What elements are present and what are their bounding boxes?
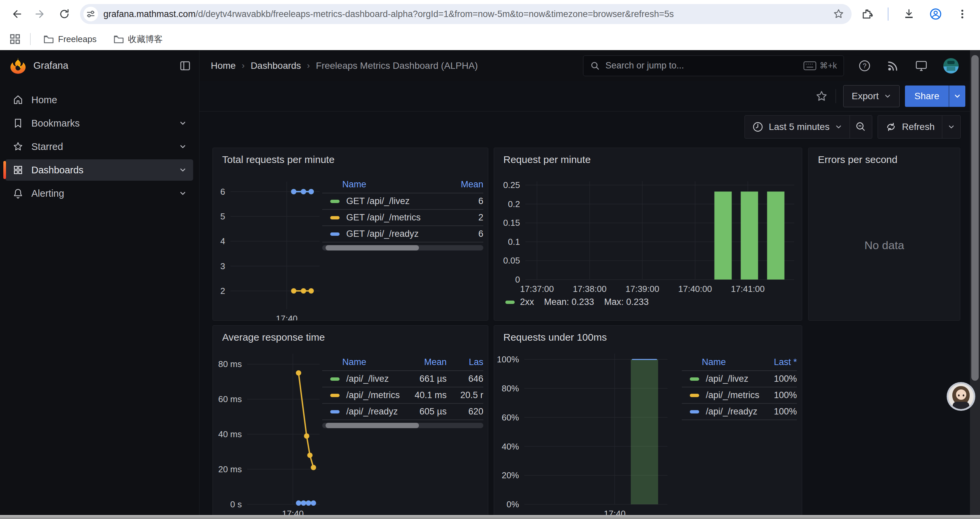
legend-row[interactable]: GET /api/_/readyz6 — [322, 225, 483, 242]
time-range-picker[interactable]: Last 5 minutes — [745, 115, 850, 138]
refresh-interval-dropdown[interactable] — [942, 115, 960, 138]
sidebar-item-home[interactable]: Home — [5, 89, 193, 110]
y-axis-tick: 80 ms — [213, 359, 242, 369]
x-axis-tick: 17:38:00 — [560, 284, 620, 294]
favorite-star-icon[interactable] — [815, 89, 828, 103]
breadcrumb-dashboards[interactable]: Dashboards — [250, 61, 301, 71]
legend-header-col[interactable]: Mean — [453, 179, 483, 190]
panel-title[interactable]: Requests under 100ms — [503, 332, 607, 343]
legend-horizontal-scrollbar[interactable] — [322, 423, 483, 428]
sidebar-item-dashboards[interactable]: Dashboards — [5, 159, 193, 181]
profile-icon[interactable] — [929, 8, 942, 21]
refresh-icon — [885, 121, 897, 133]
y-axis-tick: 60 ms — [213, 394, 242, 404]
y-axis-tick: 0.25 — [494, 180, 520, 190]
sidebar-toggle-icon[interactable] — [179, 60, 191, 72]
search-placeholder: Search or jump to... — [605, 61, 798, 71]
bookmark-star-icon[interactable] — [832, 8, 845, 21]
legend-row[interactable]: /api/_/livez100% — [682, 370, 797, 387]
sidebar-item-starred[interactable]: Starred — [5, 136, 193, 157]
legend-row[interactable]: /api/_/livez661 µs646 — [322, 370, 483, 387]
url-bar[interactable]: grafana.mathmast.com/d/deytv4rwavabkb/fr… — [80, 4, 851, 24]
page-vertical-scrollbar[interactable] — [970, 50, 980, 519]
series-color-pill — [330, 200, 340, 203]
y-axis-tick: 100% — [494, 354, 519, 365]
legend-row[interactable]: GET /api/_/metrics2 — [322, 209, 483, 225]
assistant-avatar[interactable] — [947, 382, 975, 411]
downloads-icon[interactable] — [903, 8, 915, 21]
svg-text:?: ? — [862, 62, 866, 69]
user-avatar[interactable] — [943, 58, 959, 73]
legend-series-2xx[interactable]: 2xx — [505, 297, 534, 307]
site-settings-icon[interactable] — [83, 7, 98, 21]
legend-value: 6 — [453, 196, 483, 206]
refresh-button[interactable]: Refresh — [878, 115, 942, 138]
legend-row[interactable]: /api/_/readyz100% — [682, 403, 797, 420]
scrollbar-thumb[interactable] — [326, 245, 419, 251]
panel-title[interactable]: Total requests per minute — [222, 154, 334, 165]
legend-value: 6 — [453, 229, 483, 239]
legend-header-col[interactable]: Las — [447, 357, 483, 367]
legend-header-name[interactable]: Name — [322, 179, 453, 190]
dashboard-content: Export Share Last 5 minutes — [199, 81, 980, 519]
search-icon — [590, 61, 600, 71]
legend-series-name: GET /api/_/readyz — [346, 229, 418, 239]
series-color-pill — [330, 410, 340, 414]
export-button[interactable]: Export — [843, 85, 900, 107]
sidebar-item-bookmarks[interactable]: Bookmarks — [5, 113, 193, 134]
bookmark-folder-blogs[interactable]: 收藏博客 — [110, 31, 167, 47]
browser-reload-icon[interactable] — [58, 8, 71, 21]
apps-grid-icon[interactable] — [9, 33, 21, 45]
bookmark-folder-freeleaps[interactable]: Freeleaps — [39, 32, 101, 46]
help-icon[interactable]: ? — [858, 59, 871, 72]
scrollbar-thumb[interactable] — [326, 423, 419, 428]
folder-icon — [113, 34, 124, 44]
total-requests-legend: NameMeanGET /api/_/livez6GET /api/_/metr… — [322, 176, 488, 251]
y-axis-tick: 0.15 — [494, 217, 520, 228]
share-menu-chevron[interactable] — [949, 86, 965, 107]
legend-value: 605 µs — [408, 406, 447, 417]
zoom-out-button[interactable] — [850, 115, 872, 138]
legend-header-name[interactable]: Name — [682, 357, 764, 367]
extensions-icon[interactable] — [861, 8, 873, 21]
series-color-pill — [690, 377, 699, 381]
grafana-logo[interactable] — [10, 57, 27, 75]
legend-header-col[interactable]: Mean — [408, 357, 447, 367]
legend-row[interactable]: /api/_/metrics100% — [682, 387, 797, 403]
panel-errors-per-second: Errors per second No data — [808, 148, 960, 321]
monitor-icon[interactable] — [915, 59, 928, 72]
panel-request-per-minute: Request per minute 00.050.10.150.20.2517… — [494, 148, 802, 321]
legend-header-name[interactable]: Name — [322, 357, 408, 367]
panel-title[interactable]: Request per minute — [503, 154, 591, 165]
browser-forward-icon[interactable] — [34, 8, 47, 21]
page-horizontal-scrollbar[interactable] — [0, 515, 980, 519]
legend-row[interactable]: /api/_/readyz605 µs620 — [322, 403, 483, 420]
share-button[interactable]: Share — [905, 86, 965, 107]
legend-row[interactable]: /api/_/metrics40.1 ms20.5 r — [322, 387, 483, 403]
panel-title[interactable]: Errors per second — [818, 154, 897, 165]
breadcrumb-current: Freeleaps Metrics Dashboard (ALPHA) — [316, 61, 478, 71]
legend-value: 100% — [764, 406, 797, 417]
actions-divider — [835, 89, 836, 103]
legend-series-name: /api/_/metrics — [706, 390, 759, 401]
legend-row[interactable]: GET /api/_/livez6 — [322, 193, 483, 209]
panel-title[interactable]: Average response time — [222, 332, 325, 343]
rss-icon[interactable] — [886, 59, 899, 72]
browser-menu-icon[interactable] — [956, 8, 969, 21]
chevron-down-icon — [954, 93, 961, 100]
search-input[interactable]: Search or jump to... ⌘+k — [583, 56, 844, 76]
legend-value: 40.1 ms — [408, 390, 447, 401]
legend-series-name: /api/_/livez — [706, 374, 749, 384]
browser-toolbar: grafana.mathmast.com/d/deytv4rwavabkb/fr… — [0, 0, 980, 28]
bookmarks-divider — [30, 33, 31, 45]
breadcrumb-home[interactable]: Home — [211, 61, 236, 71]
browser-back-icon[interactable] — [10, 8, 23, 21]
series-color-pill — [330, 377, 340, 381]
sidebar-item-alerting[interactable]: Alerting — [5, 183, 193, 204]
legend-horizontal-scrollbar[interactable] — [322, 245, 483, 251]
series-color-pill — [330, 394, 340, 397]
scrollbar-thumb[interactable] — [971, 55, 978, 381]
legend-header-col[interactable]: Last * — [764, 357, 797, 367]
breadcrumb-separator: › — [307, 61, 310, 71]
y-axis-tick: 4 — [213, 236, 225, 246]
